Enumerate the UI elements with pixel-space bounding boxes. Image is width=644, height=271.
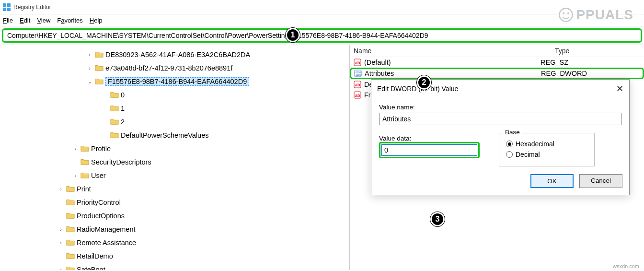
chevron-down-icon[interactable]: ⌄ <box>86 79 93 85</box>
logo-text: PPUALS <box>576 7 633 23</box>
value-name: Attributes <box>365 70 394 77</box>
menu-view[interactable]: View <box>37 17 50 24</box>
chevron-right-icon[interactable]: › <box>86 52 93 58</box>
tree-item-label: DE830923-A562-41AF-A086-E3A2C6BAD2DA <box>105 51 250 59</box>
tree-item[interactable]: RetailDemo <box>0 249 349 263</box>
tree-item[interactable]: ›User <box>0 169 349 182</box>
svg-text:ab: ab <box>355 60 360 65</box>
folder-icon <box>110 91 119 100</box>
tree-item-label: Profile <box>91 145 111 153</box>
folder-icon <box>95 64 104 73</box>
radio-dec[interactable]: Decimal <box>506 151 587 158</box>
value-name-cell: 01101010Attributes <box>354 70 536 77</box>
base-legend: Base <box>503 129 522 136</box>
tree-item[interactable]: ›RadioManagement <box>0 223 349 236</box>
menu-file[interactable]: File <box>3 17 13 24</box>
values-header: Name Type <box>350 45 644 57</box>
menu-edit[interactable]: Edit <box>20 17 30 24</box>
header-name[interactable]: Name <box>354 47 536 55</box>
tree-item[interactable]: ›DE830923-A562-41AF-A086-E3A2C6BAD2DA <box>0 48 349 61</box>
menu-help[interactable]: Help <box>90 17 103 24</box>
tree-item[interactable]: ⌄F15576E8-98B7-4186-B944-EAFA664402D9 <box>0 75 349 88</box>
chevron-right-icon[interactable]: › <box>58 240 64 246</box>
folder-icon <box>110 118 119 127</box>
folder-icon <box>66 225 75 234</box>
tree-item-label: User <box>91 172 106 179</box>
value-data-label: Value data: <box>379 135 480 142</box>
edit-dword-dialog: Edit DWORD (32-bit) Value ✕ Value name: … <box>371 79 630 195</box>
tree-item[interactable]: ›Print <box>0 182 349 196</box>
tree-item[interactable]: 2 <box>0 115 349 129</box>
svg-text:ab: ab <box>355 93 360 98</box>
folder-icon <box>66 185 75 194</box>
tree-item-label: DefaultPowerSchemeValues <box>121 131 209 139</box>
value-data-highlight <box>379 142 480 158</box>
tree-item-label: Print <box>77 185 91 193</box>
tree-item-label: 1 <box>121 105 125 112</box>
menu-favorites[interactable]: Favorites <box>57 17 82 24</box>
cancel-button[interactable]: Cancel <box>579 174 622 188</box>
chevron-right-icon[interactable]: › <box>58 186 64 192</box>
folder-icon <box>95 50 104 59</box>
tree-item[interactable]: PriorityControl <box>0 196 349 209</box>
tree-item-label: Remote Assistance <box>77 239 136 247</box>
value-name-label: Value name: <box>379 104 621 111</box>
svg-point-13 <box>560 8 573 21</box>
chevron-right-icon[interactable]: › <box>58 226 64 232</box>
tree-item-label: 2 <box>121 118 125 126</box>
svg-text:1010: 1010 <box>356 73 361 76</box>
annotation-badge-1: 1 <box>286 28 300 42</box>
folder-icon <box>66 252 75 261</box>
chevron-right-icon[interactable]: › <box>72 173 79 178</box>
tree-item[interactable]: ›SafeBoot <box>0 263 349 270</box>
address-bar-wrap: Computer\HKEY_LOCAL_MACHINE\SYSTEM\Curre… <box>0 26 644 45</box>
chevron-right-icon[interactable]: › <box>72 146 79 152</box>
tree-item-label: 0 <box>121 91 125 99</box>
svg-rect-3 <box>7 8 11 11</box>
folder-icon <box>66 265 75 271</box>
tree-panel[interactable]: ›DE830923-A562-41AF-A086-E3A2C6BAD2DA›e7… <box>0 45 350 270</box>
value-data-input[interactable] <box>381 144 477 156</box>
value-name-cell: ab(Default) <box>354 59 536 66</box>
regedit-icon <box>3 3 11 11</box>
svg-rect-2 <box>3 8 6 11</box>
chevron-right-icon[interactable]: › <box>58 267 64 270</box>
tree-item[interactable]: ProductOptions <box>0 209 349 223</box>
tree-item[interactable]: DefaultPowerSchemeValues <box>0 129 349 142</box>
address-bar[interactable]: Computer\HKEY_LOCAL_MACHINE\SYSTEM\Curre… <box>2 28 642 43</box>
appuals-logo: PPUALS <box>558 7 633 23</box>
tree-item[interactable]: 1 <box>0 102 349 115</box>
value-name: (Default) <box>364 59 391 66</box>
tree-item[interactable]: ›Remote Assistance <box>0 236 349 249</box>
menu-bar: File Edit View Favorites Help <box>0 14 644 26</box>
header-type[interactable]: Type <box>555 47 569 55</box>
close-icon[interactable]: ✕ <box>616 83 623 94</box>
value-row[interactable]: 01101010AttributesREG_DWORD <box>350 68 644 79</box>
chevron-right-icon[interactable]: › <box>86 65 93 71</box>
app-title: Registry Editor <box>13 4 51 11</box>
tree-item-label: F15576E8-98B7-4186-B944-EAFA664402D9 <box>105 77 249 86</box>
radio-hex[interactable]: Hexadecimal <box>506 140 587 148</box>
tree-item[interactable]: SecurityDescriptors <box>0 155 349 169</box>
value-name-field[interactable]: Attributes <box>379 113 621 125</box>
radio-hex-label: Hexadecimal <box>516 140 554 148</box>
value-type: REG_SZ <box>540 59 568 66</box>
ok-button[interactable]: OK <box>530 174 574 188</box>
folder-icon <box>80 144 89 153</box>
folder-icon <box>66 198 75 207</box>
radio-dec-label: Decimal <box>516 151 540 158</box>
tree-item[interactable]: ›e73a048d-bf27-4f12-9731-8b2076e8891f <box>0 61 349 75</box>
base-group: Base Hexadecimal Decimal <box>499 133 595 166</box>
value-row[interactable]: ab(Default)REG_SZ <box>350 57 644 68</box>
annotation-badge-2: 2 <box>417 75 431 90</box>
annotation-badge-3: 3 <box>430 212 445 226</box>
string-icon: ab <box>354 81 361 88</box>
radio-hex-icon <box>506 141 513 147</box>
folder-icon <box>95 77 104 86</box>
tree-item-label: SafeBoot <box>77 266 105 270</box>
folder-icon <box>110 131 119 140</box>
folder-icon <box>66 212 75 221</box>
tree-item[interactable]: ›Profile <box>0 142 349 155</box>
tree-item[interactable]: 0 <box>0 88 349 102</box>
dword-icon: 01101010 <box>354 70 362 77</box>
